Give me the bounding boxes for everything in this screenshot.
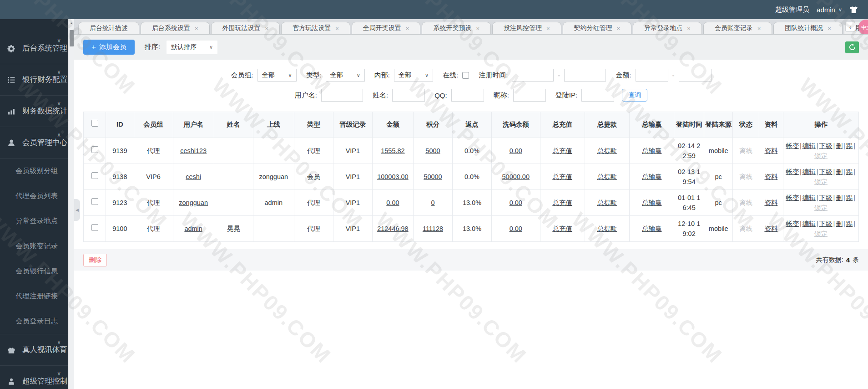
scrollbar-thumb[interactable] xyxy=(70,30,74,46)
search-button[interactable]: 查询 xyxy=(622,89,647,102)
tab-item[interactable]: 异常登录地点× xyxy=(633,22,702,34)
sidebar-item[interactable]: 代理注册链接 xyxy=(0,284,68,309)
qq-input[interactable] xyxy=(451,89,484,102)
cell-withdraw-value[interactable]: 总提款 xyxy=(597,199,617,206)
action-6[interactable]: 锁定 xyxy=(814,178,828,185)
row-checkbox[interactable] xyxy=(91,172,98,179)
internal-select[interactable]: 全部∨ xyxy=(394,69,433,82)
sidebar-group-2[interactable]: 银行财务配置∨ xyxy=(0,64,68,95)
action-3[interactable]: 下级 xyxy=(819,220,833,227)
login-ip-input[interactable] xyxy=(581,89,614,102)
tab-close-icon[interactable]: × xyxy=(265,25,269,32)
amount-min-input[interactable] xyxy=(636,69,668,82)
tab-close-icon[interactable]: × xyxy=(757,25,761,32)
tab-close-icon[interactable]: × xyxy=(687,25,691,32)
action-4[interactable]: 删 xyxy=(836,220,843,227)
cell-profile-value[interactable]: 资料 xyxy=(764,147,777,154)
row-checkbox[interactable] xyxy=(91,198,98,205)
sidebar-group-4[interactable]: 会员管理中心∧ xyxy=(0,127,68,158)
tab-close-icon[interactable]: × xyxy=(476,25,479,32)
action-5[interactable]: 踢 xyxy=(846,194,853,201)
action-1[interactable]: 帐变 xyxy=(786,168,799,175)
action-6[interactable]: 锁定 xyxy=(814,152,828,159)
action-3[interactable]: 下级 xyxy=(819,142,833,149)
tab-item[interactable]: 契约分红管理× xyxy=(563,22,632,34)
cell-points-value[interactable]: 0 xyxy=(431,199,434,206)
cell-points-value[interactable]: 50000 xyxy=(424,173,442,180)
cell-winlose-value[interactable]: 总输赢 xyxy=(642,147,662,154)
sidebar-item[interactable]: 会员级别分组 xyxy=(0,159,68,184)
action-6[interactable]: 锁定 xyxy=(814,230,828,237)
cell-amount-value[interactable]: 100003.00 xyxy=(377,173,409,180)
tab-item[interactable]: 全局开奖设置× xyxy=(352,22,421,34)
tab-item[interactable]: 官方玩法设置× xyxy=(281,22,350,34)
amount-max-input[interactable] xyxy=(679,69,712,82)
tab-close-icon[interactable]: × xyxy=(617,25,621,32)
action-4[interactable]: 删 xyxy=(836,168,843,175)
tab-item[interactable]: 后台统计描述 xyxy=(78,22,139,34)
cell-amount-value[interactable]: 0.00 xyxy=(386,199,399,206)
cell-wash-value[interactable]: 0.00 xyxy=(510,147,522,154)
cell-points-value[interactable]: 5000 xyxy=(425,147,440,154)
cell-wash-value[interactable]: 50000.00 xyxy=(502,173,530,180)
tab-close-icon[interactable]: × xyxy=(335,25,339,32)
cell-profile-value[interactable]: 资料 xyxy=(764,173,777,180)
tab-item[interactable]: 投注风控管理× xyxy=(492,22,561,34)
delete-button[interactable]: 删除 xyxy=(83,254,107,266)
action-5[interactable]: 踢 xyxy=(846,142,853,149)
scrollbar-up-icon[interactable]: ▲ xyxy=(69,19,74,25)
action-2[interactable]: 编辑 xyxy=(802,168,816,175)
cell-wash-value[interactable]: 0.00 xyxy=(510,199,522,206)
sidebar-group-6[interactable]: 超级管理控制∨ xyxy=(0,366,68,389)
tab-close-icon[interactable]: × xyxy=(828,25,831,32)
cell-username-value[interactable]: zongguan xyxy=(179,199,208,206)
cell-profile-value[interactable]: 资料 xyxy=(764,225,777,232)
cell-recharge-value[interactable]: 总充值 xyxy=(552,147,572,154)
cell-winlose-value[interactable]: 总输赢 xyxy=(642,173,662,180)
cell-username-value[interactable]: ceshi xyxy=(186,173,201,180)
action-1[interactable]: 帐变 xyxy=(786,142,799,149)
tab-item[interactable]: 外围玩法设置× xyxy=(211,22,280,34)
cell-withdraw-value[interactable]: 总提款 xyxy=(597,173,617,180)
tab-item[interactable]: 会员账变记录× xyxy=(703,22,772,34)
name-input[interactable] xyxy=(392,89,425,102)
theme-shirt-icon[interactable] xyxy=(849,6,858,14)
tab-item[interactable]: 团队统计概况× xyxy=(773,22,843,34)
cell-amount-value[interactable]: 212446.98 xyxy=(377,225,409,232)
sidebar-item[interactable]: 代理会员列表 xyxy=(0,184,68,209)
sidebar-item[interactable]: 会员银行信息 xyxy=(0,259,68,284)
cell-wash-value[interactable]: 0.00 xyxy=(510,225,522,232)
tab-close-icon[interactable]: × xyxy=(546,25,550,32)
cell-recharge-value[interactable]: 总充值 xyxy=(552,173,572,180)
cell-withdraw-value[interactable]: 总提款 xyxy=(597,147,617,154)
add-member-button[interactable]: + 添加会员 xyxy=(83,40,135,55)
member-group-select[interactable]: 全部∨ xyxy=(257,69,297,82)
sidebar-group-3[interactable]: 财务数据统计∨ xyxy=(0,96,68,127)
cell-amount-value[interactable]: 1555.82 xyxy=(381,147,404,154)
online-checkbox[interactable] xyxy=(462,72,469,79)
action-1[interactable]: 帐变 xyxy=(786,220,799,227)
action-2[interactable]: 编辑 xyxy=(802,142,816,149)
cell-username-value[interactable]: ceshi123 xyxy=(180,147,207,154)
cell-winlose-value[interactable]: 总输赢 xyxy=(642,199,662,206)
action-5[interactable]: 踢 xyxy=(846,220,853,227)
tab-close-icon[interactable]: × xyxy=(406,25,409,32)
cell-points-value[interactable]: 111128 xyxy=(423,225,443,232)
action-2[interactable]: 编辑 xyxy=(802,220,816,227)
row-checkbox[interactable] xyxy=(91,224,98,231)
sidebar-collapse-handle[interactable]: ◀ xyxy=(74,199,80,221)
user-menu[interactable]: admin ∨ xyxy=(817,6,842,14)
cell-winlose-value[interactable]: 总输赢 xyxy=(642,225,662,232)
tab-item[interactable]: 系统开奖预设× xyxy=(422,22,491,34)
register-time-end-input[interactable] xyxy=(564,69,606,82)
action-5[interactable]: 踢 xyxy=(846,168,853,175)
cell-username-value[interactable]: admin xyxy=(184,225,202,232)
tab-close-icon[interactable]: × xyxy=(195,25,198,32)
action-2[interactable]: 编辑 xyxy=(802,194,816,201)
username-input[interactable] xyxy=(321,89,363,102)
register-time-start-input[interactable] xyxy=(512,69,554,82)
sidebar-item[interactable]: 异常登录地点 xyxy=(0,209,68,234)
row-checkbox[interactable] xyxy=(91,146,98,153)
content-scrollbar[interactable]: ▲ xyxy=(68,19,74,389)
action-1[interactable]: 帐变 xyxy=(786,194,799,201)
